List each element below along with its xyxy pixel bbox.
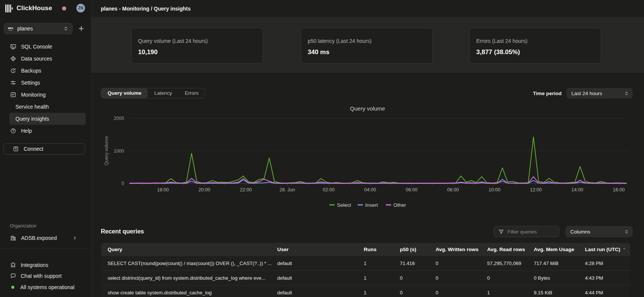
add-service-button[interactable] <box>77 25 85 32</box>
sidebar-item-monitoring[interactable]: Monitoring <box>9 89 86 101</box>
sidebar-item-settings[interactable]: Settings <box>9 77 86 89</box>
sidebar-item-backups[interactable]: Backups <box>9 65 86 77</box>
svg-text:Query volume: Query volume <box>350 105 385 112</box>
svg-text:20:00: 20:00 <box>199 187 210 192</box>
column-header[interactable]: Avg. Mem Usage <box>534 247 585 252</box>
sidebar-item-service-health[interactable]: Service health <box>9 101 86 113</box>
time-period-select[interactable]: Last 24 hours <box>567 88 633 98</box>
sidebar-item-sql-console[interactable]: SQL Console <box>9 41 86 53</box>
table-cell: 0 <box>436 275 487 281</box>
chevron-right-icon <box>72 235 77 241</box>
svg-text:18:00: 18:00 <box>157 187 169 192</box>
table-cell: 0 <box>400 290 436 295</box>
integrations-item[interactable]: Integrations <box>10 259 48 271</box>
table-cell: show create table system.distributed_cac… <box>108 290 277 295</box>
table-row[interactable]: SELECT CAST(round(pow(count() / max(coun… <box>101 256 630 271</box>
system-status-label: All systems operational <box>20 284 74 290</box>
svg-text:16:00: 16:00 <box>613 187 624 192</box>
column-header[interactable]: User <box>277 247 364 252</box>
table-cell: 717.47 MiB <box>534 261 585 266</box>
sidebar-item-label: Monitoring <box>21 92 46 98</box>
service-selector[interactable]: aws planes <box>4 23 73 34</box>
settings-icon <box>10 80 16 86</box>
chart-tabs: Query volumeLatencyErrors <box>101 88 205 98</box>
stat-card-query-volume: Query volume (Last 24 hours) 10,190 <box>131 28 263 64</box>
table-cell: default <box>277 261 364 266</box>
stat-card-errors: Errors (Last 24 hours) 3,877 (38.05%) <box>469 28 601 64</box>
table-cell: 0 <box>487 275 534 281</box>
chat-icon <box>10 273 16 279</box>
svg-text:12:00: 12:00 <box>530 187 542 192</box>
table-cell: 71.416 <box>400 261 436 266</box>
tab-query-volume[interactable]: Query volume <box>101 88 148 98</box>
table-row[interactable]: show create table system.distributed_cac… <box>101 285 630 297</box>
svg-text:Select: Select <box>337 202 351 208</box>
sidebar-item-data-sources[interactable]: Data sources <box>9 53 86 65</box>
table-cell: 57,295,770,069 <box>487 261 534 266</box>
table-cell: 0 <box>436 261 487 266</box>
filter-queries-input[interactable] <box>507 229 553 235</box>
table-cell: 4:44 PM <box>585 290 630 295</box>
svg-text:08:00: 08:00 <box>447 187 459 192</box>
service-name: planes <box>17 26 63 32</box>
filter-queries-box <box>494 226 559 237</box>
stat-value: 3,877 (38.05%) <box>476 48 594 56</box>
svg-text:10:00: 10:00 <box>489 187 500 192</box>
table-cell: 4:28 PM <box>585 261 630 266</box>
svg-text:04:00: 04:00 <box>364 187 376 192</box>
system-status-item[interactable]: All systems operational <box>10 281 74 293</box>
svg-text:Other: Other <box>393 202 406 208</box>
connect-button[interactable]: Connect <box>3 143 85 155</box>
column-header[interactable]: Avg. Read rows <box>487 247 534 252</box>
chevron-updown-icon <box>63 26 68 31</box>
tab-errors[interactable]: Errors <box>178 88 205 98</box>
aws-icon: aws <box>7 26 14 32</box>
table-cell: 1 <box>364 275 400 281</box>
table-cell: 0 <box>400 275 436 281</box>
sidebar-item-label: Data sources <box>21 56 52 62</box>
svg-text:1000: 1000 <box>114 148 124 154</box>
chat-support-item[interactable]: Chat with support <box>10 270 62 282</box>
avatar[interactable]: ZN <box>76 4 85 12</box>
table-cell: default <box>277 275 364 281</box>
stat-label: Query volume (Last 24 hours) <box>138 38 256 44</box>
recent-queries-title: Recent queries <box>101 226 144 237</box>
sidebar-nav: SQL ConsoleData sourcesBackupsSettingsMo… <box>9 41 86 137</box>
brand-name: ClickHouse <box>17 5 52 12</box>
recent-queries-table: QueryUserRunsp50 (s)Avg. Written rowsAvg… <box>101 243 630 297</box>
chat-support-label: Chat with support <box>21 273 62 279</box>
column-header[interactable]: Runs <box>364 247 400 252</box>
sidebar-item-label: Service health <box>15 104 49 110</box>
backups-icon <box>10 68 16 74</box>
svg-text:22:00: 22:00 <box>240 187 252 192</box>
table-cell: 0 Bytes <box>534 275 585 281</box>
breadcrumb: planes - Monitoring / Query insights <box>101 0 191 17</box>
sidebar-item-query-insights[interactable]: Query insights <box>9 113 86 125</box>
topbar: planes - Monitoring / Query insights <box>91 0 644 17</box>
svg-text:14:00: 14:00 <box>571 187 583 192</box>
sidebar-item-help[interactable]: Help <box>9 125 86 137</box>
sql-console-icon <box>10 44 16 50</box>
column-header[interactable]: Query <box>108 247 277 252</box>
table-cell: 1 <box>364 290 400 295</box>
column-header[interactable]: Avg. Written rows <box>436 247 487 252</box>
data-sources-icon <box>10 56 16 62</box>
stat-card-p50-latency: p50 latency (Last 24 hours) 340 ms <box>301 28 433 64</box>
chevron-updown-icon <box>624 91 629 96</box>
table-row[interactable]: select distrinct(query_id) from system.d… <box>101 271 630 285</box>
organization-label: Organization <box>10 223 36 229</box>
column-header[interactable]: Last run (UTC)⌃ <box>585 247 632 252</box>
monitoring-icon <box>10 92 16 98</box>
table-cell: default <box>277 290 364 295</box>
column-header[interactable]: p50 (s) <box>400 247 436 252</box>
organization-icon <box>10 235 16 241</box>
stat-value: 10,190 <box>138 48 256 56</box>
svg-text:06:00: 06:00 <box>406 187 417 192</box>
organization-row[interactable]: ADSB.exposed <box>9 232 86 244</box>
stat-value: 340 ms <box>308 48 426 56</box>
svg-text:Insert: Insert <box>365 202 378 208</box>
svg-text:02:00: 02:00 <box>323 187 334 192</box>
columns-select[interactable]: Columns <box>565 226 633 237</box>
tab-latency[interactable]: Latency <box>148 88 178 98</box>
integrations-label: Integrations <box>21 262 48 268</box>
